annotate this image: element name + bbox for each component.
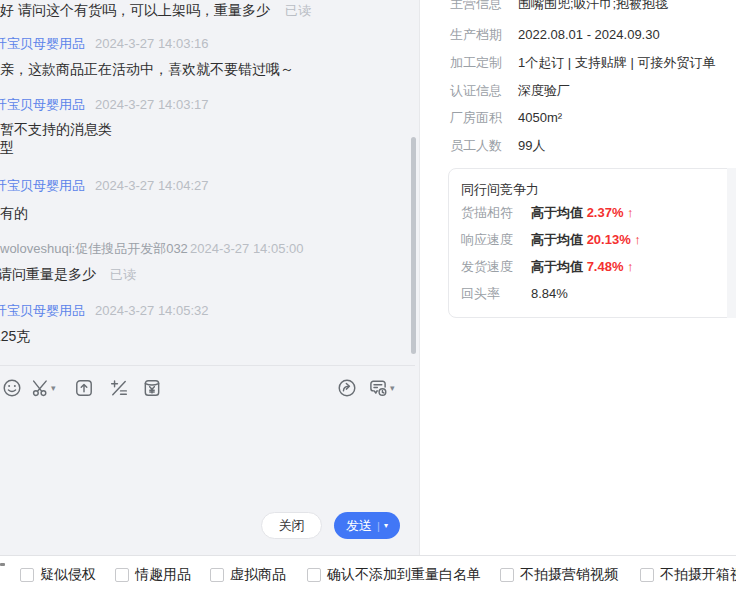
metric-prefix: 高于均值 <box>531 232 587 247</box>
info-value: 99人 <box>518 138 545 153</box>
send-button-label: 发送 <box>346 517 372 535</box>
screenshot-icon[interactable] <box>31 378 51 398</box>
supplier-info-row: 厂房面积4050m² <box>450 110 562 125</box>
moderation-option: 疑似侵权 <box>20 566 96 584</box>
chat-message: 暂不支持的消息类型 <box>0 120 118 156</box>
message-timestamp: 2024-3-27 14:05:32 <box>95 303 208 318</box>
moderation-option: 确认不添加到重量白名单 <box>307 566 481 584</box>
chat-history-dropdown-caret[interactable]: ▾ <box>390 382 395 394</box>
message-timestamp: 2024-3-27 14:04:27 <box>95 178 208 193</box>
info-label: 生产档期 <box>450 27 502 42</box>
metric-value: 高于均值 2.37% ↑ <box>531 205 634 220</box>
metric-value: 8.84% <box>531 286 568 301</box>
info-value: 围嘴围兜;吸汗巾;抱被抱毯 <box>518 0 668 11</box>
send-button[interactable]: 发送 | ▾ <box>334 512 400 539</box>
moderation-option: 不拍摄开箱视频 <box>640 566 736 584</box>
send-dropdown-caret[interactable]: ▾ <box>384 522 388 530</box>
info-value: 1个起订 | 支持贴牌 | 可接外贸订单 <box>518 55 715 70</box>
checkbox-label: 不拍摄开箱视频 <box>660 566 736 584</box>
checkbox[interactable] <box>115 568 129 582</box>
metric-value: 高于均值 7.48% ↑ <box>531 259 634 274</box>
message-timestamp: 2024-3-27 14:03:16 <box>95 36 208 51</box>
send-button-separator: | <box>377 520 380 532</box>
message-timestamp: 2024-3-27 14:03:17 <box>95 97 208 112</box>
metric-delta: 20.13% ↑ <box>587 232 641 247</box>
chat-scrollbar-thumb[interactable] <box>411 137 416 354</box>
read-receipt: 已读 <box>285 2 311 20</box>
sender-name: 纤宝贝母婴用品 <box>0 36 85 51</box>
checkbox[interactable] <box>500 568 514 582</box>
metric-value: 高于均值 20.13% ↑ <box>531 232 641 247</box>
checkbox-label: 确认不添加到重量白名单 <box>327 566 481 584</box>
info-label: 员工人数 <box>450 138 502 153</box>
chat-message: 你好 请问这个有货吗，可以上架吗，重量多少 <box>0 1 270 19</box>
sender-name: 纤宝贝母婴用品 <box>0 303 85 318</box>
chat-message: 有的 <box>0 204 28 222</box>
info-value: 2022.08.01 - 2024.09.30 <box>518 27 660 42</box>
screenshot-dropdown-caret[interactable]: ▾ <box>51 382 56 394</box>
checkbox-label: 情趣用品 <box>135 566 191 584</box>
metric-label: 响应速度 <box>461 232 513 247</box>
info-label: 加工定制 <box>450 55 502 70</box>
sender-name: 纤宝贝母婴用品 <box>0 97 85 112</box>
metric-delta: 7.48% ↑ <box>587 259 634 274</box>
metric-plain-value: 8.84% <box>531 286 568 301</box>
supplier-info-row: 认证信息深度验厂 <box>450 83 570 98</box>
supplier-info-row: 主营信息围嘴围兜;吸汗巾;抱被抱毯 <box>450 0 668 11</box>
checkbox-label: 疑似侵权 <box>40 566 96 584</box>
moderation-option: 情趣用品 <box>115 566 191 584</box>
forward-icon[interactable] <box>337 378 357 398</box>
metric-label: 货描相符 <box>461 205 513 220</box>
chat-message-list: 你好 请问这个有货吗，可以上架吗，重量多少已读纤宝贝母婴用品2024-3-27 … <box>0 0 420 365</box>
supplier-info-row: 员工人数99人 <box>450 138 545 153</box>
info-value: 深度验厂 <box>518 83 570 98</box>
info-label: 主营信息 <box>450 0 502 11</box>
read-receipt: 已读 <box>110 266 136 284</box>
info-label: 厂房面积 <box>450 110 502 125</box>
moderation-option: 不拍摄营销视频 <box>500 566 618 584</box>
toolbar-divider <box>0 365 415 366</box>
sender-name: woloveshuqi:促佳搜品开发部032 <box>0 241 188 256</box>
competitiveness-title: 同行间竞争力 <box>461 181 539 199</box>
checkbox[interactable] <box>640 568 654 582</box>
clipped-glyph-fragment <box>0 563 5 566</box>
price-adjust-icon[interactable] <box>109 378 129 398</box>
sender-name: 纤宝贝母婴用品 <box>0 178 85 193</box>
metric-prefix: 高于均值 <box>531 259 587 274</box>
chat-message: 125克 <box>0 327 30 345</box>
metric-delta: 2.37% ↑ <box>587 205 634 220</box>
chat-message: 亲，这款商品正在活动中，喜欢就不要错过哦～ <box>0 60 294 78</box>
red-envelope-icon[interactable] <box>142 378 162 398</box>
checkbox-label: 不拍摄营销视频 <box>520 566 618 584</box>
checkbox[interactable] <box>20 568 34 582</box>
supplier-info-panel: 主营信息围嘴围兜;吸汗巾;抱被抱毯生产档期2022.08.01 - 2024.0… <box>421 0 736 555</box>
chat-history-icon[interactable] <box>368 378 388 398</box>
checkbox-label: 虚拟商品 <box>230 566 286 584</box>
checkbox[interactable] <box>210 568 224 582</box>
panel-scrollbar-track[interactable] <box>727 168 736 318</box>
supplier-info-row: 加工定制1个起订 | 支持贴牌 | 可接外贸订单 <box>450 55 715 70</box>
metric-label: 发货速度 <box>461 259 513 274</box>
metric-prefix: 高于均值 <box>531 205 587 220</box>
image-upload-icon[interactable] <box>74 378 94 398</box>
chat-panel: 你好 请问这个有货吗，可以上架吗，重量多少已读纤宝贝母婴用品2024-3-27 … <box>0 0 420 555</box>
chat-message: 请问重量是多少 <box>0 265 96 283</box>
moderation-option: 虚拟商品 <box>210 566 286 584</box>
supplier-info-row: 生产档期2022.08.01 - 2024.09.30 <box>450 27 660 42</box>
metric-label: 回头率 <box>461 286 500 301</box>
emoji-icon[interactable] <box>2 378 22 398</box>
checkbox[interactable] <box>307 568 321 582</box>
moderation-bar: 疑似侵权情趣用品虚拟商品确认不添加到重量白名单不拍摄营销视频不拍摄开箱视频 <box>0 555 736 592</box>
close-button[interactable]: 关闭 <box>261 512 322 539</box>
close-button-label: 关闭 <box>279 517 305 535</box>
competitiveness-card: 同行间竞争力 货描相符高于均值 2.37% ↑响应速度高于均值 20.13% ↑… <box>448 168 736 318</box>
info-value: 4050m² <box>518 110 562 125</box>
message-timestamp: 2024-3-27 14:05:00 <box>190 241 303 256</box>
chat-supplier-window: 你好 请问这个有货吗，可以上架吗，重量多少已读纤宝贝母婴用品2024-3-27 … <box>0 0 736 592</box>
info-label: 认证信息 <box>450 83 502 98</box>
